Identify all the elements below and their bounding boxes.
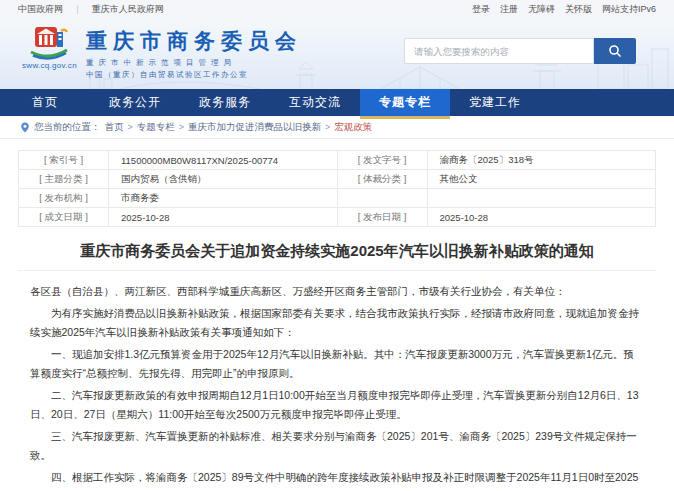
meta-label (337, 189, 427, 208)
search-bar (404, 38, 636, 64)
site-subtitle-2: 中国（重庆）自由贸易试验区工作办公室 (86, 70, 302, 80)
link-china-gov[interactable]: 中国政府网 (18, 3, 63, 16)
meta-value: 11500000MB0W8117XN/2025-00774 (109, 151, 338, 170)
nav-interaction[interactable]: 互动交流 (270, 89, 360, 116)
document-meta-table: [ 索引号 ] 11500000MB0W8117XN/2025-00774 [ … (18, 150, 656, 227)
document-body: 各区县（自治县）、两江新区、西部科学城重庆高新区、万盛经开区商务主管部门，市级有… (18, 277, 656, 491)
site-logo[interactable]: sww.cq.gov.cn 重庆市商务委员会 重庆市中新示范项目管理局 中国（重… (22, 25, 302, 80)
meta-value: 国内贸易（含供销） (109, 170, 338, 189)
breadcrumb: 您当前的位置： 首页 > 专题专栏 > 重庆市加力促进消费品以旧换新 > 宏观政… (0, 116, 674, 139)
meta-label: [ 发布机构 ] (19, 189, 109, 208)
paragraph-item-2: 二、汽车报废更新政策的有效申报周期自12月1日10:00开始至当月额度申报完毕即… (30, 386, 644, 424)
meta-label: [ 体裁分类 ] (337, 170, 427, 189)
crumb-home[interactable]: 首页 (105, 121, 124, 134)
link-accessibility[interactable]: 无障碍 (528, 3, 555, 16)
crumb-separator: > (128, 122, 133, 132)
nav-home[interactable]: 首页 (0, 89, 90, 116)
meta-value: 2025-10-28 (427, 208, 656, 227)
title-divider (18, 270, 656, 271)
table-row: [ 成文日期 ] 2025-10-28 [ 发布日期 ] 2025-10-28 (19, 208, 656, 227)
site-banner: sww.cq.gov.cn 重庆市商务委员会 重庆市中新示范项目管理局 中国（重… (0, 19, 674, 89)
meta-value: 其他公文 (427, 170, 656, 189)
meta-value (427, 189, 656, 208)
search-button[interactable] (594, 38, 636, 64)
paragraph-item-1: 一、现追加安排1.3亿元预算资金用于2025年12月汽车以旧换新补贴。其中：汽车… (30, 345, 644, 383)
link-login[interactable]: 登录 (472, 3, 490, 16)
crumb-separator: > (325, 122, 330, 132)
meta-label: [ 发文字号 ] (337, 151, 427, 170)
top-utility-bar: 中国政府网 ｜ 重庆市人民政府网 登录 注册 无障碍 关怀版 网站支持IPv6 (0, 0, 674, 19)
crumb-separator: > (179, 122, 184, 132)
paragraph-salutation: 各区县（自治县）、两江新区、西部科学城重庆高新区、万盛经开区商务主管部门，市级有… (30, 282, 644, 301)
link-chongqing-gov[interactable]: 重庆市人民政府网 (92, 3, 164, 16)
link-ipv6[interactable]: 网站支持IPv6 (602, 3, 656, 16)
site-title: 重庆市商务委员会 (86, 27, 302, 55)
meta-label: [ 主题分类 ] (19, 170, 109, 189)
breadcrumb-prefix: 您当前的位置： (34, 121, 101, 134)
site-subtitle-1: 重庆市中新示范项目管理局 (86, 58, 302, 68)
nav-special-columns[interactable]: 专题专栏 (360, 89, 450, 116)
meta-label: [ 发布日期 ] (337, 208, 427, 227)
document-title: 重庆市商务委员会关于追加资金持续实施2025年汽车以旧换新补贴政策的通知 (28, 242, 646, 261)
crumb-macro-policy[interactable]: 宏观政策 (334, 121, 372, 134)
commerce-emblem-icon (28, 25, 70, 61)
table-row: [ 索引号 ] 11500000MB0W8117XN/2025-00774 [ … (19, 151, 656, 170)
location-icon (20, 122, 30, 133)
meta-label: [ 成文日期 ] (19, 208, 109, 227)
paragraph-item-3: 三、汽车报废更新、汽车置换更新的补贴标准、相关要求分别与渝商务〔2025〕201… (30, 427, 644, 465)
nav-gov-services[interactable]: 政务服务 (180, 89, 270, 116)
paragraph-item-4: 四、根据工作实际，将渝商务〔2025〕89号文件中明确的跨年度接续政策补贴申报及… (30, 468, 644, 491)
crumb-trade-in-program[interactable]: 重庆市加力促进消费品以旧换新 (188, 121, 321, 134)
topbar-separator: ｜ (73, 3, 82, 16)
paragraph-intro: 为有序实施好消费品以旧换新补贴政策，根据国家部委有关要求，结合我市政策执行实际，… (30, 304, 644, 342)
meta-label: [ 索引号 ] (19, 151, 109, 170)
search-icon (608, 44, 622, 58)
main-nav: 首页 政务公开 政务服务 互动交流 专题专栏 党建工作 (0, 89, 674, 116)
site-url: sww.cq.gov.cn (22, 61, 77, 70)
crumb-special-columns[interactable]: 专题专栏 (137, 121, 175, 134)
table-row: [ 发布机构 ] 市商务委 (19, 189, 656, 208)
link-care-version[interactable]: 关怀版 (565, 3, 592, 16)
document-content: [ 索引号 ] 11500000MB0W8117XN/2025-00774 [ … (0, 150, 674, 491)
meta-value: 市商务委 (109, 189, 338, 208)
meta-value: 2025-10-28 (109, 208, 338, 227)
nav-party-building[interactable]: 党建工作 (450, 89, 540, 116)
meta-value: 渝商务〔2025〕318号 (427, 151, 656, 170)
table-row: [ 主题分类 ] 国内贸易（含供销） [ 体裁分类 ] 其他公文 (19, 170, 656, 189)
search-input[interactable] (404, 38, 594, 64)
nav-gov-info[interactable]: 政务公开 (90, 89, 180, 116)
link-register[interactable]: 注册 (500, 3, 518, 16)
